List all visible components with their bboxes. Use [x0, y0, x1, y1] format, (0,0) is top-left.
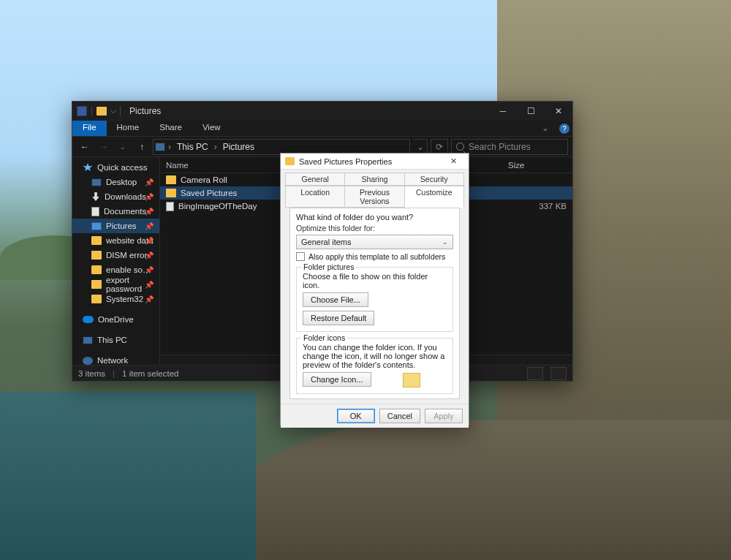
pin-icon: 📌 [145, 266, 154, 274]
nav-network[interactable]: Network [72, 353, 159, 365]
dialog-buttons: OK Cancel Apply [281, 404, 469, 428]
tab-general[interactable]: General [285, 173, 345, 186]
optimize-dropdown[interactable]: General items ⌄ [296, 235, 453, 249]
ribbon-tab-view[interactable]: View [192, 121, 231, 136]
folder-icons-group: Folder icons You can change the folder i… [296, 338, 453, 394]
minimize-button[interactable]: ─ [489, 102, 517, 121]
change-icon-button[interactable]: Change Icon... [303, 372, 371, 387]
search-icon [456, 143, 464, 151]
nav-item-documents[interactable]: Documents 📌 [72, 204, 159, 219]
cancel-button[interactable]: Cancel [379, 409, 420, 423]
breadcrumb-current[interactable]: Pictures [220, 142, 257, 152]
chevron-down-icon: ⌄ [442, 238, 448, 246]
folder-icon [91, 265, 102, 274]
cloud-icon [83, 316, 94, 323]
nav-item-enable-sound[interactable]: enable sound to registry key 📌 [72, 262, 159, 277]
checkbox-icon [296, 252, 305, 261]
choose-file-button[interactable]: Choose File... [303, 292, 368, 307]
up-button[interactable]: ↑ [134, 139, 150, 155]
network-icon [83, 357, 93, 365]
pc-icon [155, 143, 165, 151]
folder-icon [91, 280, 102, 289]
pin-icon: 📌 [145, 237, 154, 245]
ribbon-file-tab[interactable]: File [72, 121, 107, 136]
quick-access-toolbar [72, 106, 125, 116]
breadcrumb-root[interactable]: This PC [174, 142, 211, 152]
pin-icon: 📌 [145, 208, 154, 216]
nav-item-dism-error[interactable]: DISM error 📌 [72, 248, 159, 262]
nav-this-pc[interactable]: This PC [72, 333, 159, 347]
help-button[interactable]: ? [556, 121, 572, 137]
folder-icon [166, 189, 176, 197]
dialog-titlebar[interactable]: Saved Pictures Properties ✕ [281, 154, 469, 170]
nav-item-system32[interactable]: System32 📌 [72, 292, 159, 306]
tab-customize[interactable]: Customize [404, 186, 464, 208]
properties-dialog: Saved Pictures Properties ✕ General Shar… [280, 153, 469, 425]
folder-icon-preview [403, 373, 420, 387]
tab-sharing[interactable]: Sharing [344, 173, 404, 186]
search-placeholder: Search Pictures [469, 142, 531, 152]
nav-item-desktop[interactable]: Desktop 📌 [72, 175, 159, 189]
nav-item-downloads[interactable]: Downloads 📌 [72, 189, 159, 204]
customize-panel: What kind of folder do you want? Optimiz… [289, 208, 460, 399]
explorer-icon [77, 106, 87, 116]
apply-button[interactable]: Apply [425, 409, 463, 423]
nav-item-website-data[interactable]: website data 📌 [72, 233, 159, 248]
pin-icon: 📌 [145, 295, 154, 303]
folder-icon [285, 157, 295, 165]
folder-pictures-group: Folder pictures Choose a file to show on… [296, 267, 453, 332]
optimize-label: Optimize this folder for: [296, 224, 453, 232]
ribbon-tabs: File Home Share View ⌄ ? [72, 121, 572, 137]
folder-icon [166, 175, 176, 184]
apply-subfolders-checkbox[interactable]: Also apply this template to all subfolde… [296, 252, 453, 261]
window-title: Pictures [129, 106, 161, 116]
tab-security[interactable]: Security [404, 173, 464, 186]
star-icon [83, 163, 93, 172]
folder-icon [91, 295, 102, 303]
close-button[interactable]: ✕ [545, 102, 572, 121]
desktop-icon [91, 178, 102, 186]
pin-icon: 📌 [145, 222, 154, 230]
document-icon [91, 207, 99, 216]
view-thumbnails-button[interactable] [550, 367, 567, 380]
restore-default-button[interactable]: Restore Default [303, 311, 374, 325]
view-details-button[interactable] [527, 367, 543, 380]
file-icon [166, 202, 174, 211]
titlebar[interactable]: Pictures ─ ☐ ✕ [72, 102, 572, 121]
ok-button[interactable]: OK [337, 409, 375, 423]
ribbon-tab-share[interactable]: Share [149, 121, 192, 136]
pin-icon: 📌 [145, 193, 154, 201]
tab-previous[interactable]: Previous Versions [344, 186, 404, 208]
folder-icon [91, 251, 102, 260]
pin-icon: 📌 [145, 178, 154, 186]
back-button[interactable]: ← [77, 139, 93, 155]
properties-tabs: General Sharing Security Location Previo… [281, 170, 469, 404]
pictures-icon [91, 222, 102, 230]
folder-icon [96, 107, 107, 116]
nav-item-export-password[interactable]: export password 📌 [72, 277, 159, 292]
ribbon-tab-home[interactable]: Home [107, 121, 150, 136]
status-item-count: 3 items [78, 369, 105, 378]
dialog-close-button[interactable]: ✕ [442, 154, 464, 170]
status-selection: 1 item selected [122, 369, 178, 378]
nav-onedrive[interactable]: OneDrive [72, 312, 159, 327]
folder-icon [91, 236, 102, 245]
qat-dropdown-icon[interactable] [110, 107, 116, 113]
navigation-pane[interactable]: Quick access Desktop 📌 Downloads 📌 Docum… [72, 157, 160, 365]
pin-icon: 📌 [145, 281, 154, 289]
maximize-button[interactable]: ☐ [517, 102, 545, 121]
nav-item-pictures[interactable]: Pictures 📌 [72, 219, 159, 233]
column-size[interactable]: Size [502, 161, 553, 170]
expand-ribbon-icon[interactable]: ⌄ [534, 121, 556, 136]
pc-icon [83, 336, 93, 344]
pin-icon: 📌 [145, 251, 154, 260]
folder-kind-question: What kind of folder do you want? [296, 213, 453, 222]
nav-quick-access[interactable]: Quick access [72, 160, 159, 175]
recent-locations-button[interactable]: ⌄ [115, 139, 131, 155]
dialog-title: Saved Pictures Properties [299, 157, 392, 166]
tab-location[interactable]: Location [285, 186, 345, 208]
download-icon [91, 192, 100, 201]
forward-button[interactable]: → [96, 139, 112, 155]
